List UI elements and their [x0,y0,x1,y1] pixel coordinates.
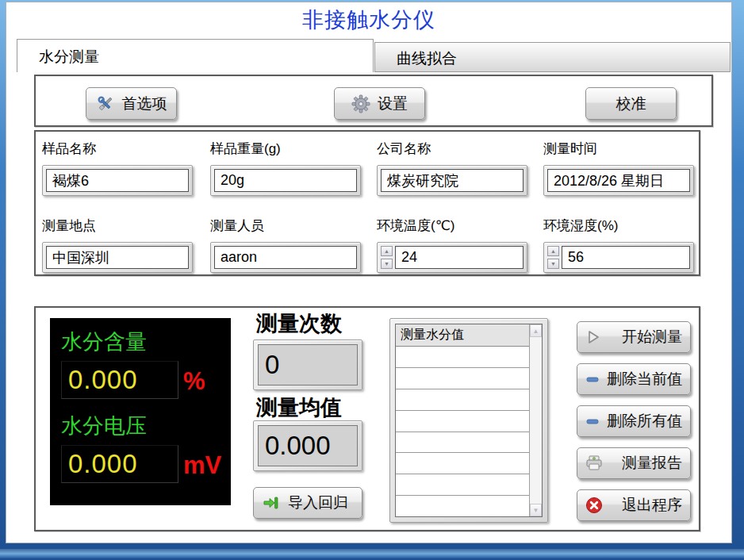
measure-mean-value: 0.000 [258,425,358,466]
page-title: 非接触水分仪 [302,6,435,34]
moisture-content-value: 0.000 [61,361,178,399]
humidity-input[interactable]: 56 [562,246,690,269]
field-label: 测量时间 [543,140,694,158]
list-row[interactable] [396,453,529,474]
field-measure-time: 测量时间 2012/8/26 星期日 [543,140,694,196]
sample-weight-input[interactable]: 20g [214,169,357,192]
field-label: 测量地点 [42,217,193,235]
import-regression-label: 导入回归 [288,493,348,513]
window-frame: 非接触水分仪 水分测量 曲线拟合 首选项 [0,0,744,560]
field-operator: 测量人员 aaron [210,217,361,273]
gear-icon [351,94,370,113]
list-row[interactable] [396,474,529,496]
field-sample-name: 样品名称 褐煤6 [42,140,193,196]
delete-current-label: 删除当前值 [607,369,682,389]
window-client-area: 非接触水分仪 水分测量 曲线拟合 首选项 [6,2,732,543]
field-ambient-temperature: 环境温度(℃) ▲ ▼ 24 [377,217,527,273]
scroll-down-icon[interactable]: ▼ [530,504,542,516]
settings-button[interactable]: 设置 [334,87,425,120]
tools-icon [96,94,115,113]
delete-current-button[interactable]: 删除当前值 [577,363,691,395]
calibrate-button[interactable]: 校准 [585,87,677,120]
scroll-up-icon[interactable]: ▲ [530,324,542,337]
sample-info-group: 样品名称 褐煤6 样品重量(g) 20g 公司名称 煤炭研究院 测量时间 201… [34,130,700,276]
moisture-list-frame: 测量水分值 ▲ ▼ [389,318,548,523]
printer-icon [585,455,603,471]
import-regression-button[interactable]: 导入回归 [253,487,362,519]
tab-strip: 水分测量 曲线拟合 [17,39,731,72]
tab-moisture-measure[interactable]: 水分测量 [17,39,374,72]
settings-button-label: 设置 [378,94,408,114]
measure-count-value: 0 [258,344,358,385]
humidity-increment-button[interactable]: ▲ [547,246,559,256]
company-name-input[interactable]: 煤炭研究院 [381,169,523,192]
measure-mean-display: 0.000 [253,420,362,471]
list-row[interactable] [396,347,529,368]
field-label: 样品名称 [42,140,193,158]
moisture-voltage-label: 水分电压 [61,412,223,440]
tab-curve-fitting[interactable]: 曲线拟合 [374,42,731,72]
exit-program-button[interactable]: 退出程序 [577,489,691,521]
list-row[interactable] [396,389,529,411]
measurement-group: 水分含量 0.000 % 水分电压 0.000 mV 测量次数 0 测量均值 0… [34,306,700,531]
preferences-button[interactable]: 首选项 [86,87,177,120]
minus-icon [585,372,600,386]
list-row[interactable] [396,368,529,389]
measure-report-button[interactable]: 测量报告 [577,447,691,479]
moisture-content-label: 水分含量 [61,328,223,356]
led-display-panel: 水分含量 0.000 % 水分电压 0.000 mV [50,318,231,505]
field-label: 环境温度(℃) [377,217,527,235]
field-company-name: 公司名称 煤炭研究院 [377,140,527,196]
moisture-content-unit: % [183,367,205,399]
temperature-input[interactable]: 24 [395,246,523,269]
moisture-list: 测量水分值 ▲ ▼ [395,324,543,517]
measure-report-label: 测量报告 [622,453,682,474]
moisture-voltage-unit: mV [183,451,221,483]
temperature-stepper: ▲ ▼ [381,246,393,269]
import-icon [263,496,279,510]
minus-icon [585,414,600,428]
exit-icon [585,497,603,514]
humidity-decrement-button[interactable]: ▼ [547,259,559,269]
temperature-increment-button[interactable]: ▲ [381,246,393,256]
sample-name-input[interactable]: 褐煤6 [46,169,189,192]
field-ambient-humidity: 环境湿度(%) ▲ ▼ 56 [543,217,694,273]
humidity-stepper: ▲ ▼ [547,246,559,269]
moisture-list-header: 测量水分值 [396,324,529,347]
list-row[interactable] [396,411,529,432]
measure-mean-label: 测量均值 [256,393,342,422]
toolbar-group: 首选项 [34,75,713,127]
measure-place-input[interactable]: 中国深圳 [46,246,189,269]
temperature-decrement-button[interactable]: ▼ [381,259,393,269]
field-label: 环境湿度(%) [543,217,694,235]
start-measure-button[interactable]: 开始测量 [577,321,691,353]
exit-program-label: 退出程序 [622,495,682,516]
list-row[interactable] [396,432,529,454]
title-bar: 非接触水分仪 [6,2,731,37]
delete-all-label: 删除所有值 [607,411,682,432]
field-label: 公司名称 [377,140,527,158]
list-scrollbar[interactable]: ▲ ▼ [529,324,542,516]
play-icon [585,329,601,345]
delete-all-button[interactable]: 删除所有值 [577,405,691,437]
measure-count-display: 0 [253,339,362,390]
operator-input[interactable]: aaron [214,246,357,269]
measure-count-label: 测量次数 [256,309,342,338]
start-measure-label: 开始测量 [622,327,682,347]
field-measure-place: 测量地点 中国深圳 [42,217,193,273]
calibrate-button-label: 校准 [616,94,646,114]
field-label: 测量人员 [210,217,361,235]
field-label: 样品重量(g) [210,140,361,158]
list-row[interactable] [396,496,529,516]
moisture-voltage-value: 0.000 [61,445,178,483]
preferences-button-label: 首选项 [122,94,167,114]
measure-time-input[interactable]: 2012/8/26 星期日 [547,169,690,192]
field-sample-weight: 样品重量(g) 20g [210,140,361,196]
